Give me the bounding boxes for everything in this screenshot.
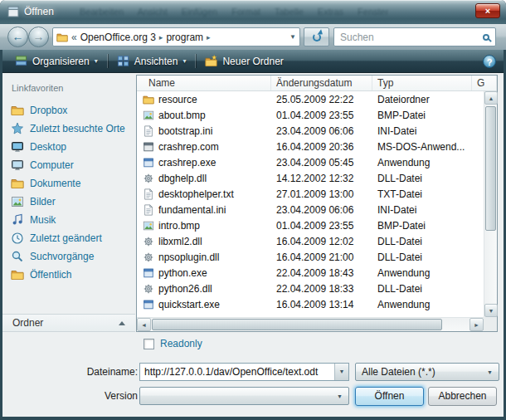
sidebar-item-label: Dropbox — [30, 105, 67, 116]
table-row[interactable]: about.bmp 01.04.2009 23:55 BMP-Datei — [137, 107, 484, 123]
address-bar[interactable]: « OpenOffice.org 3 ▸ program ▸ ▼ — [52, 27, 300, 46]
search-placeholder: Suchen — [340, 32, 374, 43]
sidebar-item[interactable]: Musik — [2, 211, 135, 229]
sidebar-item[interactable]: Computer — [2, 156, 135, 174]
filename-dropdown-icon[interactable]: ▼ — [334, 364, 348, 380]
file-type: Anwendung — [372, 267, 484, 279]
table-row[interactable]: crashrep.exe 23.04.2009 05:45 Anwendung — [137, 154, 484, 170]
table-row[interactable]: libxml2.dll 16.04.2009 12:02 DLL-Datei — [137, 233, 484, 249]
file-type: DLL-Datei — [372, 236, 484, 247]
file-icon — [143, 220, 154, 232]
new-folder-icon — [205, 55, 217, 67]
column-header-date[interactable]: Änderungsdatum — [271, 76, 372, 90]
search-input[interactable]: Suchen — [333, 27, 496, 46]
table-row[interactable]: intro.bmp 01.04.2009 23:55 BMP-Datei — [137, 217, 484, 233]
file-icon — [143, 267, 154, 279]
breadcrumb-overflow[interactable]: « — [71, 32, 77, 43]
views-label: Ansichten — [134, 56, 178, 67]
organize-button[interactable]: Organisieren ▾ — [7, 52, 105, 70]
filename-input[interactable] — [140, 364, 334, 380]
open-button[interactable]: Öffnen — [355, 387, 424, 406]
folders-expander[interactable]: Ordner — [2, 314, 135, 332]
sidebar-item-icon — [11, 250, 24, 263]
scroll-left-button[interactable]: ◄ — [137, 318, 151, 331]
table-row[interactable]: python26.dll 22.04.2009 18:33 DLL-Datei — [137, 281, 484, 296]
views-button[interactable]: Ansichten ▾ — [109, 52, 194, 70]
table-row[interactable]: quickstart.exe 16.04.2009 13:14 Anwendun… — [137, 296, 484, 312]
column-header-size[interactable]: G — [472, 76, 497, 90]
vertical-scrollbar[interactable]: ▲ ▼ — [484, 91, 497, 317]
file-date: 27.01.2009 13:00 — [271, 188, 372, 200]
table-row[interactable]: fundamental.ini 23.04.2009 06:06 INI-Dat… — [137, 202, 484, 217]
sidebar-item[interactable]: Zuletzt geändert — [2, 229, 135, 247]
sidebar-item[interactable]: Zuletzt besuchte Orte — [2, 120, 135, 138]
sidebar-item[interactable]: Bilder — [2, 193, 135, 211]
table-row[interactable]: crashrep.com 16.04.2009 20:36 MS-DOS-Anw… — [137, 139, 484, 154]
refresh-button[interactable] — [304, 27, 329, 46]
sidebar-item-icon — [11, 159, 24, 172]
magnifier-icon[interactable] — [483, 34, 489, 41]
cancel-button[interactable]: Abbrechen — [428, 387, 497, 406]
filename-combobox: ▼ — [139, 363, 349, 381]
column-header-name[interactable]: Name — [137, 76, 271, 90]
sidebar-item-icon — [11, 177, 24, 190]
title-bar[interactable]: Öffnen Bearbeiten Ansicht Einfügen Forma… — [0, 0, 506, 24]
sidebar-item-label: Zuletzt geändert — [30, 232, 102, 244]
address-dropdown-icon[interactable]: ▼ — [289, 33, 296, 41]
sidebar-item[interactable]: Dropbox — [2, 101, 135, 120]
file-date: 23.04.2009 06:06 — [271, 125, 372, 137]
sidebar-item[interactable]: Desktop — [2, 138, 135, 156]
filename-label: Dateiname: — [51, 366, 138, 378]
file-type: Anwendung — [372, 157, 484, 168]
toolbar-separator — [195, 54, 196, 68]
file-icon — [143, 110, 154, 121]
file-icon — [143, 236, 154, 247]
address-folder-icon — [56, 32, 68, 43]
sidebar-item[interactable]: Dokumente — [2, 174, 135, 193]
file-date: 22.04.2009 18:43 — [271, 267, 372, 279]
file-type: DLL-Datei — [372, 252, 484, 263]
column-header-type[interactable]: Typ — [372, 76, 472, 90]
sidebar-item[interactable]: Öffentlich — [2, 266, 135, 284]
table-row[interactable]: desktophelper.txt 27.01.2009 13:00 TXT-D… — [137, 186, 484, 202]
readonly-checkbox[interactable] — [144, 339, 154, 349]
table-row[interactable]: python.exe 22.04.2009 18:43 Anwendung — [137, 265, 484, 281]
table-row[interactable]: resource 25.05.2009 22:22 Dateiordner — [137, 91, 484, 107]
table-row[interactable]: dbghelp.dll 14.12.2002 12:32 DLL-Datei — [137, 170, 484, 186]
sidebar-item[interactable]: Suchvorgänge — [2, 247, 135, 266]
file-type: BMP-Datei — [372, 110, 484, 121]
horizontal-scroll-thumb[interactable] — [152, 319, 442, 330]
sidebar-item-label: Computer — [30, 159, 74, 171]
vertical-scroll-thumb[interactable] — [485, 106, 496, 231]
help-button[interactable]: ? — [483, 55, 496, 68]
table-row[interactable]: bootstrap.ini 23.04.2009 06:06 INI-Datei — [137, 123, 484, 139]
file-date: 16.04.2009 21:00 — [271, 252, 372, 263]
version-select[interactable]: ▼ — [139, 387, 349, 405]
file-icon — [143, 252, 154, 263]
scroll-down-button[interactable]: ▼ — [484, 304, 498, 317]
new-folder-button[interactable]: Neuer Ordner — [197, 52, 290, 70]
sidebar-item-icon — [11, 122, 24, 135]
breadcrumb-root[interactable]: OpenOffice.org 3 — [80, 32, 156, 43]
file-icon — [143, 141, 154, 153]
scroll-up-button[interactable]: ▲ — [484, 91, 498, 105]
filetype-select[interactable]: Alle Dateien (*.*) ▼ — [355, 363, 499, 381]
breadcrumb-current[interactable]: program — [166, 32, 203, 43]
breadcrumb-separator[interactable]: ▸ — [207, 33, 211, 42]
file-date: 16.04.2009 12:02 — [271, 236, 372, 247]
back-button[interactable]: ← — [7, 27, 28, 47]
organize-label: Organisieren — [32, 56, 90, 67]
horizontal-scrollbar[interactable]: ◄ ► — [137, 317, 484, 331]
sidebar-item-label: Zuletzt besuchte Orte — [30, 123, 125, 134]
table-row[interactable]: npsoplugin.dll 16.04.2009 21:00 DLL-Date… — [137, 249, 484, 265]
readonly-label[interactable]: Readonly — [160, 338, 202, 349]
file-name: npsoplugin.dll — [158, 252, 219, 263]
breadcrumb-separator[interactable]: ▸ — [159, 33, 163, 42]
file-icon — [143, 283, 154, 295]
file-date: 16.04.2009 13:14 — [271, 299, 372, 310]
close-button[interactable]: × — [475, 3, 500, 18]
forward-button[interactable]: → — [28, 27, 49, 47]
file-type: Dateiordner — [372, 94, 484, 105]
new-folder-label: Neuer Ordner — [222, 56, 283, 67]
scroll-right-button[interactable]: ► — [470, 318, 484, 331]
